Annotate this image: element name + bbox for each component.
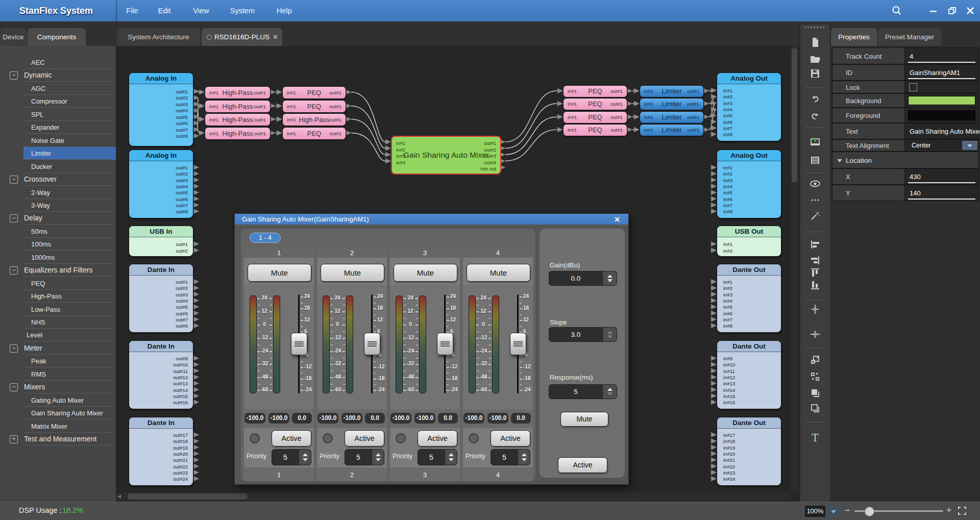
new-document-icon[interactable] xyxy=(810,37,821,48)
canvas-vscrollbar[interactable] xyxy=(791,46,798,492)
tab-components[interactable]: Components xyxy=(28,28,86,46)
tree-item-2-way[interactable]: 2-Way xyxy=(0,186,116,199)
tree-item-compressor[interactable]: Compressor xyxy=(0,95,116,108)
align-top-icon[interactable] xyxy=(810,267,821,278)
list-view-icon[interactable] xyxy=(810,155,821,166)
tree-item-expander[interactable]: Expander xyxy=(0,121,116,134)
lock-checkbox[interactable] xyxy=(909,83,917,91)
resize-larger-icon[interactable] xyxy=(810,354,821,365)
distribute-horizontal-icon[interactable] xyxy=(810,329,821,340)
collapse-icon[interactable]: − xyxy=(10,176,18,184)
tree-item-50ms[interactable]: 50ms xyxy=(0,225,116,238)
channel-mute-button[interactable]: Mute xyxy=(394,264,457,282)
tab-device[interactable]: Device xyxy=(0,28,27,46)
eye-icon[interactable] xyxy=(810,178,821,189)
fader-knob[interactable] xyxy=(291,333,307,355)
channel-active-button[interactable]: Active xyxy=(345,430,384,447)
channel-active-button[interactable]: Active xyxy=(418,430,457,447)
menu-edit[interactable]: Edit xyxy=(158,0,171,21)
channel-indicator[interactable] xyxy=(250,433,260,443)
menu-system[interactable]: System xyxy=(230,0,255,21)
fader-knob[interactable] xyxy=(364,333,380,355)
tree-item-limiter[interactable]: Limiter xyxy=(0,147,116,160)
priority-spinner[interactable]: 5 xyxy=(418,449,457,465)
ellipsis-icon[interactable] xyxy=(810,194,821,206)
overlap-outline-icon[interactable] xyxy=(810,403,821,414)
collapse-icon[interactable]: − xyxy=(10,344,18,353)
undo-icon[interactable] xyxy=(810,94,821,105)
fader-knob[interactable] xyxy=(510,333,526,355)
align-left-icon[interactable] xyxy=(810,239,821,250)
text-icon[interactable]: T xyxy=(810,432,821,443)
tree-item-100ms[interactable]: 100ms xyxy=(0,238,116,251)
channel-active-button[interactable]: Active xyxy=(272,430,311,447)
tree-item-high-pass[interactable]: High-Pass xyxy=(0,290,116,303)
tab-system-architecture[interactable]: System Architecture xyxy=(117,28,200,46)
vscroll-thumb[interactable] xyxy=(792,48,797,183)
save-icon[interactable] xyxy=(810,68,821,79)
tree-item-mixers[interactable]: −Mixers xyxy=(0,381,116,393)
tree-item-low-pass[interactable]: Low-Pass xyxy=(0,303,116,316)
menu-file[interactable]: File xyxy=(126,0,138,21)
tree-item-test-and-measurement[interactable]: +Test and Measurement xyxy=(0,433,116,445)
zoom-in-icon[interactable]: + xyxy=(946,505,952,516)
zoom-slider-thumb[interactable] xyxy=(865,507,874,516)
tree-item-meter[interactable]: −Meter xyxy=(0,342,116,355)
tree-item-gating-auto-mixer[interactable]: Gating Auto Mixer xyxy=(0,394,116,407)
channel-mute-button[interactable]: Mute xyxy=(248,264,311,282)
color-swatch[interactable] xyxy=(908,110,975,120)
align-right-icon[interactable] xyxy=(810,255,821,266)
tree-item-1000ms[interactable]: 1000ms xyxy=(0,251,116,264)
channel-indicator[interactable] xyxy=(396,433,406,443)
collapse-icon[interactable]: − xyxy=(10,383,18,391)
tab-preset-manager[interactable]: Preset Manager xyxy=(878,28,941,46)
restore-button[interactable] xyxy=(947,5,958,16)
search-icon[interactable] xyxy=(891,5,902,16)
align-bottom-icon[interactable] xyxy=(810,280,821,291)
tab-properties[interactable]: Properties xyxy=(831,28,877,46)
tree-item-delay[interactable]: −Delay xyxy=(0,212,116,225)
channel-mute-button[interactable]: Mute xyxy=(467,264,530,282)
tree-item-peq[interactable]: PEQ xyxy=(0,277,116,290)
channel-indicator[interactable] xyxy=(323,433,333,443)
overlap-filled-icon[interactable] xyxy=(810,387,821,399)
tree-item-crossover[interactable]: −Crossover xyxy=(0,173,116,186)
channel-indicator[interactable] xyxy=(469,433,479,443)
tree-item-equalizers-and-filters[interactable]: −Equalizers and Filters xyxy=(0,264,116,277)
redo-icon[interactable] xyxy=(810,111,821,122)
fit-view-icon[interactable] xyxy=(958,506,967,515)
tree-item-spl[interactable]: SPL xyxy=(0,108,116,121)
tree-item-gain-sharing-auto-mixer[interactable]: Gain Sharing Auto Mixer xyxy=(0,407,116,419)
tab-close-icon[interactable]: ✕ xyxy=(273,28,278,46)
zoom-dropdown-button[interactable] xyxy=(827,506,840,517)
hscroll-left-arrow[interactable] xyxy=(118,494,121,499)
upload-device-icon[interactable] xyxy=(810,136,821,147)
priority-spinner[interactable]: 5 xyxy=(345,449,384,465)
collapse-icon[interactable]: − xyxy=(10,266,18,275)
resize-smaller-icon[interactable] xyxy=(810,371,821,382)
tree-item-matrix-mixer[interactable]: Matrix Mixer xyxy=(0,420,116,433)
tree-item-nhs[interactable]: NHS xyxy=(0,316,116,329)
priority-spinner[interactable]: 5 xyxy=(272,449,311,465)
tree-item-level[interactable]: Level xyxy=(0,329,116,341)
channel-active-button[interactable]: Active xyxy=(491,430,530,447)
fader-knob[interactable] xyxy=(437,333,453,355)
channel-mute-button[interactable]: Mute xyxy=(321,264,384,282)
toolstrip-handle[interactable] xyxy=(804,27,826,28)
tree-item-rms[interactable]: RMS xyxy=(0,368,116,381)
expand-icon[interactable]: + xyxy=(10,435,18,443)
tree-item-aec[interactable]: AEC xyxy=(0,56,116,69)
priority-spinner[interactable]: 5 xyxy=(491,449,530,465)
color-swatch[interactable] xyxy=(908,96,975,105)
distribute-vertical-icon[interactable] xyxy=(810,304,821,315)
magic-wand-icon[interactable] xyxy=(810,210,821,221)
hscroll-thumb[interactable] xyxy=(128,493,248,500)
tree-item-3-way[interactable]: 3-Way xyxy=(0,199,116,212)
collapse-icon[interactable]: − xyxy=(10,214,18,222)
tree-item-ducker[interactable]: Ducker xyxy=(0,160,116,173)
dropdown-button[interactable] xyxy=(962,141,977,150)
tree-item-agc[interactable]: AGC xyxy=(0,82,116,95)
zoom-out-icon[interactable]: − xyxy=(845,505,850,516)
collapse-icon[interactable]: − xyxy=(10,71,18,80)
zoom-level-box[interactable]: 100% xyxy=(805,506,825,517)
